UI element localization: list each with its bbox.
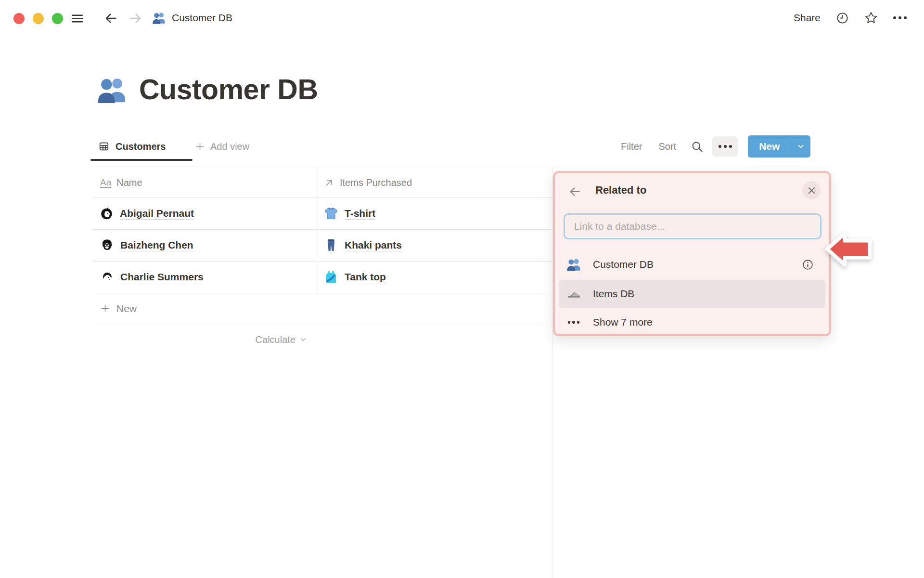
new-dropdown-button[interactable] — [791, 135, 810, 158]
active-tab-underline — [90, 159, 192, 161]
table-row-item-cell[interactable]: Khaki pants — [324, 229, 402, 261]
close-window-button[interactable] — [13, 13, 25, 24]
page-header: Customer DB — [97, 73, 318, 106]
new-row-label: New — [116, 303, 137, 315]
popup-title: Related to — [595, 184, 646, 197]
table-row-name-cell[interactable]: Charlie Summers — [100, 261, 204, 293]
new-row-button[interactable]: New — [92, 293, 552, 324]
chevron-down-icon — [299, 336, 307, 343]
sneaker-icon — [566, 287, 581, 301]
row-name: Charlie Summers — [120, 271, 204, 283]
row-item: Khaki pants — [345, 239, 402, 251]
people-icon[interactable] — [97, 75, 127, 105]
column-divider — [318, 167, 318, 293]
table-row-name-cell[interactable]: Baizheng Chen — [100, 229, 193, 261]
search-icon — [691, 140, 704, 153]
sidebar-menu-button[interactable] — [70, 12, 84, 26]
forward-arrow-icon — [128, 11, 142, 26]
new-split-button: New — [748, 135, 810, 158]
notion-window: Customer DB Share Customer DB Customers — [0, 0, 924, 578]
avatar — [100, 238, 114, 252]
table-view-icon — [99, 141, 109, 152]
topbar-actions: Share — [794, 0, 907, 36]
plus-icon — [195, 142, 205, 152]
zoom-window-button[interactable] — [52, 13, 63, 24]
row-item: Tank top — [345, 271, 386, 283]
option-label: Customer DB — [593, 259, 654, 270]
column-header-name[interactable]: Aa Name — [100, 168, 142, 197]
nav-forward-button[interactable] — [128, 11, 142, 26]
updates-button[interactable] — [836, 12, 849, 25]
table-right-edge — [552, 167, 552, 578]
ellipsis-icon — [719, 145, 732, 148]
option-label: Items DB — [593, 288, 634, 300]
show-more-button[interactable]: Show 7 more — [559, 310, 825, 334]
add-view-label: Add view — [210, 141, 249, 152]
popup-back-button[interactable] — [568, 185, 582, 198]
nav-back-button[interactable] — [104, 11, 118, 26]
share-button[interactable]: Share — [794, 12, 821, 24]
calculate-button[interactable]: Calculate — [92, 324, 307, 355]
ellipsis-icon — [893, 16, 907, 19]
column-header-items-purchased[interactable]: Items Purchased — [323, 168, 412, 197]
people-icon — [566, 257, 581, 272]
annotation-arrow-icon — [824, 229, 873, 269]
clock-icon — [836, 12, 849, 25]
hamburger-icon — [70, 12, 84, 26]
people-icon — [152, 11, 166, 25]
row-name: Abigail Pernaut — [120, 208, 194, 219]
add-view-button[interactable]: Add view — [195, 134, 249, 159]
breadcrumb-label: Customer DB — [172, 12, 232, 24]
link-database-input[interactable] — [564, 213, 821, 239]
page-title[interactable]: Customer DB — [139, 73, 318, 106]
close-icon — [807, 186, 816, 195]
calculate-label: Calculate — [256, 334, 295, 345]
info-button[interactable] — [802, 259, 814, 271]
avatar — [100, 270, 114, 284]
tanktop-icon — [324, 270, 338, 284]
popup-close-button[interactable] — [802, 181, 821, 199]
page-more-button[interactable] — [893, 16, 907, 19]
tab-customers[interactable]: Customers — [90, 134, 174, 159]
sort-button[interactable]: Sort — [658, 141, 676, 152]
ellipsis-icon — [566, 321, 581, 324]
view-controls: Filter Sort New — [621, 134, 810, 159]
column-label: Items Purchased — [340, 177, 412, 188]
avatar — [100, 207, 113, 220]
jeans-icon — [324, 238, 338, 252]
related-to-popup: Related to Customer DB Items DB — [553, 171, 831, 336]
column-label: Name — [116, 177, 142, 188]
chevron-down-icon — [796, 142, 805, 151]
tshirt-icon — [324, 207, 338, 220]
back-arrow-icon — [568, 185, 582, 198]
view-more-button[interactable] — [712, 136, 738, 157]
favorite-button[interactable] — [864, 11, 878, 25]
tab-label: Customers — [116, 141, 166, 152]
table-row-name-cell[interactable]: Abigail Pernaut — [100, 197, 194, 229]
back-arrow-icon — [104, 11, 118, 26]
search-button[interactable] — [691, 140, 704, 153]
table-row-item-cell[interactable]: Tank top — [324, 261, 386, 293]
row-name: Baizheng Chen — [120, 239, 193, 251]
database-option-customer-db[interactable]: Customer DB — [559, 251, 825, 278]
info-icon — [802, 259, 814, 271]
row-item: T-shirt — [345, 208, 375, 219]
plus-icon — [100, 303, 110, 314]
new-button[interactable]: New — [748, 135, 791, 158]
filter-button[interactable]: Filter — [621, 141, 642, 152]
table-row-item-cell[interactable]: T-shirt — [324, 197, 375, 229]
show-more-label: Show 7 more — [593, 316, 653, 328]
breadcrumb[interactable]: Customer DB — [152, 0, 232, 36]
relation-arrow-icon — [323, 177, 334, 188]
star-icon — [864, 11, 878, 25]
database-option-items-db[interactable]: Items DB — [559, 280, 825, 308]
toolbar-divider — [92, 167, 831, 167]
window-controls — [13, 13, 63, 24]
text-property-icon: Aa — [100, 177, 111, 188]
minimize-window-button[interactable] — [33, 13, 44, 24]
